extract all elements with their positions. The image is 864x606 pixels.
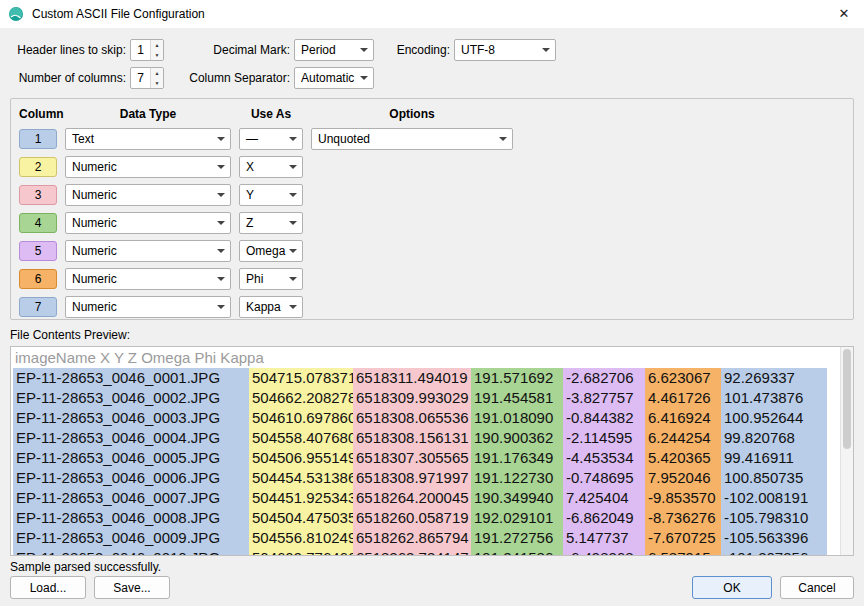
column-config-row: 2 Numeric X — [19, 153, 845, 181]
preview-cell: 191.018090 — [471, 408, 563, 428]
preview-cell: EP-11-28653_0046_0005.JPG — [13, 448, 249, 468]
use-as-dropdown[interactable]: — — [239, 128, 303, 150]
data-type-dropdown[interactable]: Numeric — [65, 212, 231, 234]
custom-ascii-config-dialog: Custom ASCII File Configuration ✕ Header… — [0, 0, 864, 606]
spin-down-icon[interactable]: ▼ — [151, 50, 163, 60]
use-as-dropdown[interactable]: Phi — [239, 268, 303, 290]
chevron-down-icon — [289, 249, 297, 253]
preview-row: EP-11-28653_0046_0003.JPG504610.69786065… — [13, 408, 853, 428]
data-type-dropdown[interactable]: Numeric — [65, 296, 231, 318]
preview-rows: EP-11-28653_0046_0001.JPG504715.07837165… — [13, 368, 853, 556]
preview-row: EP-11-28653_0046_0002.JPG504662.20827865… — [13, 388, 853, 408]
preview-cell: 5.420365 — [645, 448, 721, 468]
cancel-button[interactable]: Cancel — [780, 576, 854, 599]
preview-row: EP-11-28653_0046_0010.JPG504609.77646665… — [13, 548, 853, 556]
decimal-mark-dropdown[interactable]: Period — [294, 39, 374, 61]
decimal-mark-value: Period — [301, 43, 336, 57]
preview-cell: 6.587915 — [645, 548, 721, 556]
preview-cell: -6.862049 — [563, 508, 645, 528]
columns-config-group: Column Data Type Use As Options 1 Text —… — [10, 98, 854, 320]
chevron-down-icon — [289, 165, 297, 169]
num-columns-spinner[interactable]: 7 ▲ ▼ — [130, 67, 164, 89]
use-as-dropdown[interactable]: X — [239, 156, 303, 178]
preview-cell: 6518307.305565 — [353, 448, 471, 468]
preview-cell: -105.563396 — [721, 528, 827, 548]
save-button[interactable]: Save... — [94, 576, 170, 599]
load-button[interactable]: Load... — [10, 576, 86, 599]
preview-cell: 6518308.156131 — [353, 428, 471, 448]
column-number-badge: 7 — [19, 297, 57, 317]
preview-row: EP-11-28653_0046_0008.JPG504504.47503565… — [13, 508, 853, 528]
preview-cell: -7.670725 — [645, 528, 721, 548]
spinner-arrows: ▲ ▼ — [150, 40, 163, 60]
column-config-row: 6 Numeric Phi — [19, 265, 845, 293]
spin-down-icon[interactable]: ▼ — [151, 78, 163, 88]
preview-cell: EP-11-28653_0046_0007.JPG — [13, 488, 249, 508]
data-type-dropdown[interactable]: Numeric — [65, 184, 231, 206]
chevron-down-icon — [360, 76, 368, 80]
preview-cell: 191.571692 — [471, 368, 563, 388]
ok-button[interactable]: OK — [692, 576, 772, 599]
preview-cell: EP-11-28653_0046_0008.JPG — [13, 508, 249, 528]
preview-cell: 6518308.065536 — [353, 408, 471, 428]
data-type-dropdown[interactable]: Numeric — [65, 268, 231, 290]
use-as-dropdown[interactable]: Kappa — [239, 296, 303, 318]
preview-row: EP-11-28653_0046_0006.JPG504454.53138665… — [13, 468, 853, 488]
chevron-down-icon — [217, 249, 225, 253]
preview-cell: 100.850735 — [721, 468, 827, 488]
chevron-down-icon — [499, 137, 507, 141]
use-as-value: Omega — [246, 244, 285, 258]
preview-cell: 6518262.865794 — [353, 528, 471, 548]
chevron-down-icon — [289, 305, 297, 309]
scrollbar-thumb[interactable] — [843, 349, 851, 449]
data-type-value: Numeric — [72, 300, 117, 314]
column-number-badge: 3 — [19, 185, 57, 205]
use-as-dropdown[interactable]: Omega — [239, 240, 303, 262]
preview-row: EP-11-28653_0046_0004.JPG504558.40768065… — [13, 428, 853, 448]
preview-cell: -105.798310 — [721, 508, 827, 528]
spin-up-icon[interactable]: ▲ — [151, 40, 163, 50]
data-type-dropdown[interactable]: Numeric — [65, 240, 231, 262]
preview-cell: 504610.697860 — [249, 408, 353, 428]
data-type-dropdown[interactable]: Text — [65, 128, 231, 150]
use-as-dropdown[interactable]: Z — [239, 212, 303, 234]
use-as-dropdown[interactable]: Y — [239, 184, 303, 206]
chevron-down-icon — [217, 221, 225, 225]
preview-cell: 504715.078371 — [249, 368, 353, 388]
chevron-down-icon — [217, 165, 225, 169]
header-lines-spinner[interactable]: 1 ▲ ▼ — [130, 39, 164, 61]
spinner-arrows: ▲ ▼ — [150, 68, 163, 88]
file-contents-preview[interactable]: imageName X Y Z Omega Phi Kappa EP-11-28… — [10, 346, 854, 556]
preview-cell: 504454.531386 — [249, 468, 353, 488]
data-type-value: Numeric — [72, 216, 117, 230]
column-separator-dropdown[interactable]: Automatic — [294, 67, 374, 89]
options-value: Unquoted — [318, 132, 370, 146]
encoding-dropdown[interactable]: UTF-8 — [454, 39, 556, 61]
preview-scrollbar[interactable] — [840, 347, 853, 555]
chevron-down-icon — [217, 193, 225, 197]
preview-cell: 504609.776466 — [249, 548, 353, 556]
chevron-down-icon — [542, 48, 550, 52]
data-type-value: Numeric — [72, 160, 117, 174]
preview-header-line: imageName X Y Z Omega Phi Kappa — [13, 348, 853, 368]
num-columns-value: 7 — [131, 68, 150, 88]
data-type-dropdown[interactable]: Numeric — [65, 156, 231, 178]
preview-cell: 504662.208278 — [249, 388, 353, 408]
close-icon[interactable]: ✕ — [824, 0, 864, 28]
column-config-row: 4 Numeric Z — [19, 209, 845, 237]
preview-cell: 191.241586 — [471, 548, 563, 556]
preview-cell: 191.176349 — [471, 448, 563, 468]
data-type-value: Text — [72, 132, 94, 146]
preview-cell: EP-11-28653_0046_0003.JPG — [13, 408, 249, 428]
preview-cell: 92.269337 — [721, 368, 827, 388]
preview-cell: 191.272756 — [471, 528, 563, 548]
preview-cell: EP-11-28653_0046_0001.JPG — [13, 368, 249, 388]
encoding-value: UTF-8 — [461, 43, 495, 57]
preview-cell: -102.008191 — [721, 488, 827, 508]
preview-cell: 192.029101 — [471, 508, 563, 528]
preview-cell: EP-11-28653_0046_0004.JPG — [13, 428, 249, 448]
chevron-down-icon — [360, 48, 368, 52]
spin-up-icon[interactable]: ▲ — [151, 68, 163, 78]
data-type-header: Data Type — [65, 107, 231, 121]
options-dropdown[interactable]: Unquoted — [311, 128, 513, 150]
